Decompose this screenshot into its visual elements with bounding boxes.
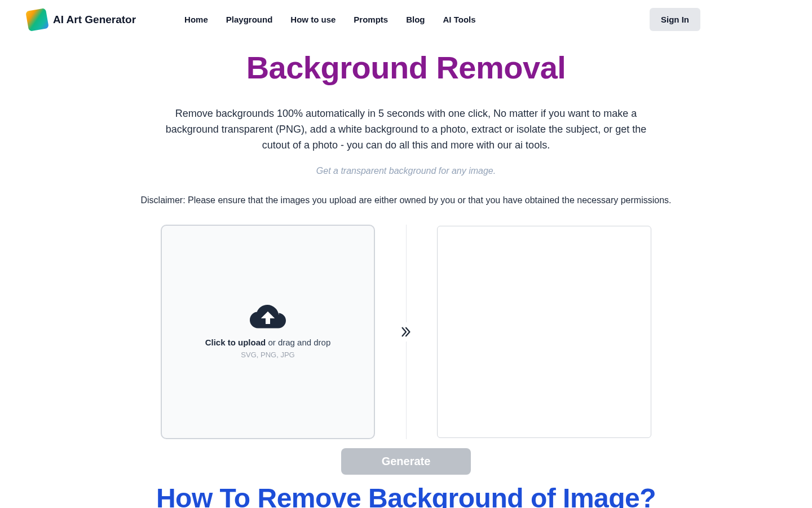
cloud-upload-icon <box>250 305 286 330</box>
primary-nav: Home Playground How to use Prompts Blog … <box>184 15 475 24</box>
nav-blog[interactable]: Blog <box>406 15 425 24</box>
page-description: Remove backgrounds 100% automatically in… <box>161 106 651 154</box>
nav-prompts[interactable]: Prompts <box>354 15 388 24</box>
upload-click-label: Click to upload <box>205 338 266 347</box>
brand[interactable]: AI Art Generator <box>27 10 136 30</box>
upload-instruction: Click to upload or drag and drop <box>205 338 331 347</box>
page-disclaimer: Disclaimer: Please ensure that the image… <box>45 195 767 205</box>
sign-in-button[interactable]: Sign In <box>650 8 700 31</box>
upload-dropzone[interactable]: Click to upload or drag and drop SVG, PN… <box>161 225 375 439</box>
nav-how-to-use[interactable]: How to use <box>290 15 336 24</box>
divider <box>375 225 437 439</box>
page-title: Background Removal <box>45 49 767 86</box>
howto-title: How To Remove Background of Image? <box>45 483 767 508</box>
page-tagline: Get a transparent background for any ima… <box>45 166 767 176</box>
nav-home[interactable]: Home <box>184 15 208 24</box>
upload-drag-label: or drag and drop <box>266 338 330 347</box>
nav-ai-tools[interactable]: AI Tools <box>443 15 476 24</box>
upload-formats: SVG, PNG, JPG <box>241 351 294 359</box>
nav-playground[interactable]: Playground <box>226 15 273 24</box>
generate-button[interactable]: Generate <box>341 448 471 475</box>
app-logo-icon <box>25 8 49 32</box>
chevron-right-double-icon <box>400 326 412 338</box>
result-preview <box>437 226 651 438</box>
brand-name: AI Art Generator <box>53 14 136 26</box>
